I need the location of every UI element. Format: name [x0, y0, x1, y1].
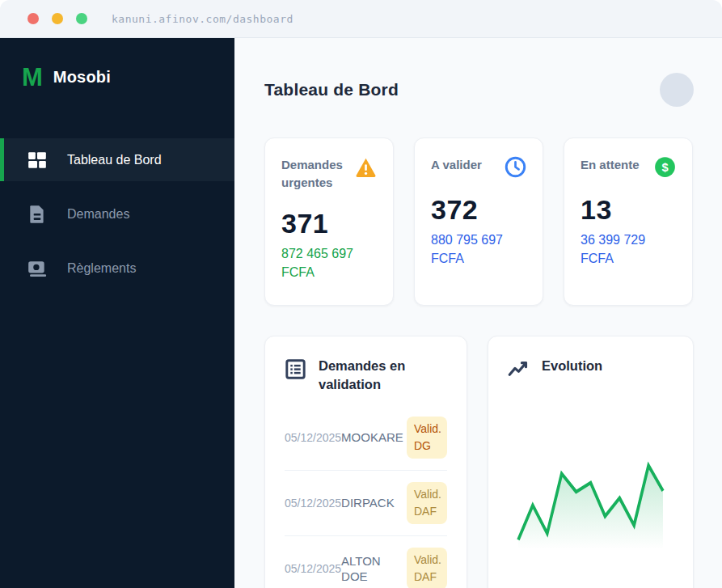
sidebar-item-demandes[interactable]: Demandes [0, 192, 234, 235]
payments-icon [27, 258, 48, 279]
document-icon [27, 204, 48, 225]
sidebar-item-label: Règlements [67, 261, 136, 276]
row-date: 05/12/2025 [285, 497, 341, 510]
evolution-chart [508, 455, 673, 550]
logo-mark: M [22, 65, 43, 90]
sidebar-item-reglements[interactable]: Règlements [0, 247, 234, 290]
sidebar-item-tableau-de-bord[interactable]: Tableau de Bord [0, 138, 234, 181]
dashboard-icon [27, 150, 48, 171]
validation-panel-title: Demandes en validation [319, 357, 447, 394]
svg-text:$: $ [661, 161, 668, 174]
stat-card-en-attente: En attente $ 13 36 399 729 FCFA [564, 137, 693, 306]
trending-line-icon [508, 358, 530, 380]
stats-row: Demandes urgentes 371 872 465 697 FCFA [264, 137, 694, 306]
stat-label: En attente [581, 156, 640, 174]
stat-card-a-valider: A valider 372 880 795 697 FCFA [414, 137, 543, 306]
validation-row[interactable]: 05/12/2025 DIRPACK Valid. DAF [285, 471, 447, 536]
list-icon [285, 358, 306, 380]
validation-row[interactable]: 05/12/2025 ALTON DOE Valid. DAF [285, 536, 447, 588]
browser-window: kanuni.afinov.com/dashboard M Mosobi [0, 0, 722, 588]
warning-triangle-icon [355, 156, 377, 178]
window-controls [27, 13, 87, 24]
evolution-panel-title: Evolution [542, 357, 602, 375]
main-content: Tableau de Bord Demandes urgentes [234, 38, 722, 588]
page-title: Tableau de Bord [264, 80, 399, 99]
row-date: 05/12/2025 [285, 562, 341, 575]
close-window-button[interactable] [27, 13, 39, 24]
clock-icon [505, 156, 526, 178]
stat-amount: 36 399 729 FCFA [581, 231, 676, 268]
row-name: ALTON DOE [341, 553, 407, 585]
stat-label: A valider [431, 156, 482, 174]
page-header: Tableau de Bord [264, 73, 694, 107]
dollar-circle-icon: $ [654, 156, 676, 178]
row-name: DIRPACK [341, 495, 407, 511]
stat-label: Demandes urgentes [281, 156, 346, 192]
browser-chrome: kanuni.afinov.com/dashboard [0, 0, 722, 38]
stat-amount: 872 465 697 FCFA [281, 244, 377, 281]
row-name: MOOKARE [341, 429, 407, 446]
sidebar-item-label: Demandes [67, 207, 129, 222]
stat-value: 13 [581, 194, 676, 226]
stat-value: 372 [431, 194, 526, 226]
validation-row[interactable]: 05/12/2025 MOOKARE Valid. DG [285, 405, 447, 471]
address-bar[interactable]: kanuni.afinov.com/dashboard [112, 13, 293, 25]
status-badge: Valid. DAF [407, 548, 447, 588]
chart-area-fill [518, 465, 663, 553]
stat-value: 371 [281, 208, 377, 239]
validation-rows: 05/12/2025 MOOKARE Valid. DG 05/12/2025 … [285, 405, 447, 588]
minimize-window-button[interactable] [52, 13, 63, 24]
logo: M Mosobi [0, 38, 234, 90]
sidebar-item-label: Tableau de Bord [67, 153, 162, 167]
row-date: 05/12/2025 [285, 431, 341, 444]
status-badge: Valid. DAF [407, 482, 447, 524]
sidebar: M Mosobi Tableau de Bord [0, 38, 234, 588]
evolution-panel: Evolution [488, 336, 694, 588]
validation-panel: Demandes en validation 05/12/2025 MOOKAR… [264, 336, 467, 588]
stat-card-demandes-urgentes: Demandes urgentes 371 872 465 697 FCFA [264, 137, 394, 306]
maximize-window-button[interactable] [76, 13, 87, 24]
lower-row: Demandes en validation 05/12/2025 MOOKAR… [264, 336, 694, 588]
stat-amount: 880 795 697 FCFA [431, 231, 526, 268]
status-badge: Valid. DG [407, 417, 447, 459]
avatar[interactable] [660, 73, 694, 107]
logo-name: Mosobi [53, 68, 111, 87]
sidebar-menu: Tableau de Bord Demandes [0, 138, 234, 290]
